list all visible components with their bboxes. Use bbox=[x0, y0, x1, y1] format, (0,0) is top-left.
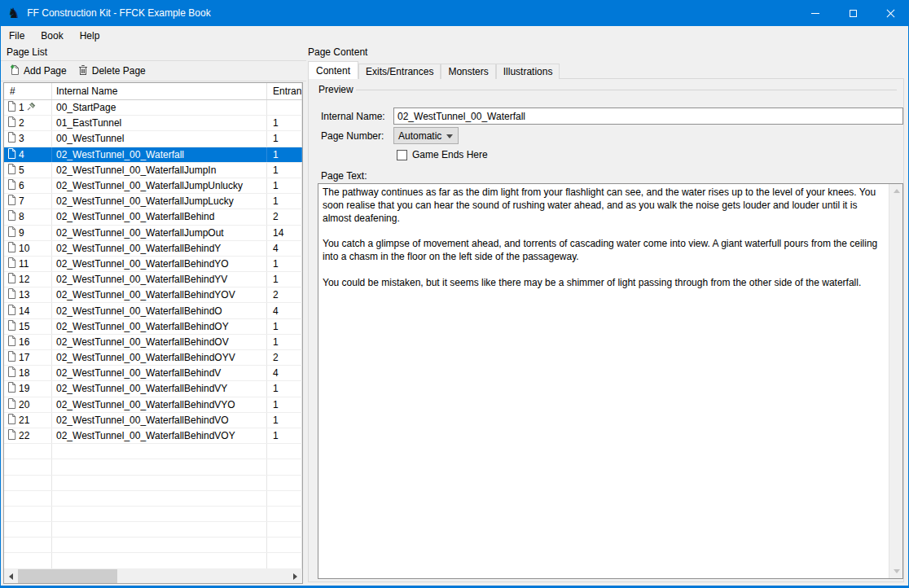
page-icon bbox=[7, 195, 16, 208]
delete-page-button[interactable]: Delete Page bbox=[72, 62, 152, 81]
table-row[interactable]: 2102_WestTunnel_00_WaterfallBehindVO1 bbox=[4, 413, 302, 428]
internal-name-input[interactable] bbox=[393, 108, 903, 125]
horizontal-scrollbar[interactable] bbox=[4, 569, 302, 583]
table-row[interactable]: 300_WestTunnel1 bbox=[4, 131, 302, 147]
game-ends-label: Game Ends Here bbox=[412, 149, 488, 160]
page-number-dropdown[interactable]: Automatic bbox=[393, 127, 459, 144]
page-icon bbox=[7, 257, 16, 270]
close-button[interactable] bbox=[872, 0, 909, 26]
menu-help[interactable]: Help bbox=[72, 28, 108, 44]
row-internal-name: 02_WestTunnel_00_WaterfallBehindV bbox=[52, 366, 267, 380]
window-body: File Book Help Page List Page Content Ad… bbox=[1, 26, 908, 586]
scroll-down-button[interactable] bbox=[889, 564, 903, 578]
scroll-right-icon bbox=[293, 573, 297, 580]
row-entrances: 1 bbox=[267, 116, 302, 130]
maximize-button[interactable] bbox=[834, 0, 872, 26]
table-row-empty bbox=[4, 538, 302, 553]
scrollbar-thumb[interactable] bbox=[18, 569, 117, 583]
table-row[interactable]: 1702_WestTunnel_00_WaterfallBehindOYV2 bbox=[4, 350, 302, 366]
add-page-icon bbox=[10, 64, 20, 78]
game-ends-checkbox[interactable] bbox=[397, 150, 407, 160]
table-row[interactable]: 602_WestTunnel_00_WaterfallJumpUnlucky1 bbox=[4, 178, 302, 194]
row-number: 10 bbox=[19, 243, 29, 254]
column-header-entrances[interactable]: Entrances bbox=[267, 83, 302, 99]
page-icon bbox=[7, 288, 16, 301]
table-row[interactable]: 1202_WestTunnel_00_WaterfallBehindYV1 bbox=[4, 272, 302, 287]
row-internal-name: 02_WestTunnel_00_WaterfallBehindVY bbox=[52, 381, 267, 396]
page-icon bbox=[7, 273, 16, 286]
row-internal-name: 02_WestTunnel_00_WaterfallBehindVO bbox=[52, 413, 267, 428]
page-text-content[interactable]: The pathway continues as far as the dim … bbox=[318, 184, 889, 578]
row-entrances: 1 bbox=[267, 178, 302, 193]
row-internal-name: 02_WestTunnel_00_WaterfallBehindOY bbox=[52, 319, 267, 334]
menu-book[interactable]: Book bbox=[33, 28, 71, 44]
row-number: 17 bbox=[19, 352, 29, 363]
table-row[interactable]: 2002_WestTunnel_00_WaterfallBehindVYO1 bbox=[4, 397, 302, 413]
row-number: 5 bbox=[19, 165, 24, 176]
table-row[interactable]: 1002_WestTunnel_00_WaterfallBehindY4 bbox=[4, 241, 302, 257]
table-row[interactable]: 402_WestTunnel_00_Waterfall1 bbox=[4, 147, 302, 163]
table-row-empty bbox=[4, 444, 302, 459]
scroll-up-button[interactable] bbox=[889, 184, 903, 198]
page-content-label: Page Content bbox=[308, 46, 367, 58]
table-row[interactable]: 1402_WestTunnel_00_WaterfallBehindO4 bbox=[4, 303, 302, 318]
delete-page-label: Delete Page bbox=[92, 65, 146, 77]
page-icon bbox=[7, 398, 16, 411]
scrollbar-track[interactable] bbox=[18, 569, 288, 583]
row-number: 7 bbox=[19, 195, 24, 207]
table-row[interactable]: 702_WestTunnel_00_WaterfallJumpLucky1 bbox=[4, 194, 302, 209]
page-text-box[interactable]: The pathway continues as far as the dim … bbox=[318, 183, 903, 579]
tab-monsters[interactable]: Monsters bbox=[441, 64, 495, 79]
page-icon bbox=[7, 366, 16, 380]
page-icon bbox=[7, 320, 16, 333]
menu-file[interactable]: File bbox=[1, 28, 33, 44]
row-entrances: 2 bbox=[267, 209, 302, 224]
page-list-toolbar: Add Page Delete Page bbox=[1, 60, 306, 81]
row-entrances: 1 bbox=[267, 381, 302, 396]
row-number-cell: 18 bbox=[4, 366, 52, 380]
scroll-up-icon bbox=[894, 189, 900, 193]
table-row[interactable]: 201_EastTunnel1 bbox=[4, 116, 302, 131]
row-number-cell: 14 bbox=[4, 303, 52, 318]
app-icon: ♞ bbox=[7, 7, 20, 20]
table-row[interactable]: 1602_WestTunnel_00_WaterfallBehindOV1 bbox=[4, 335, 302, 350]
table-row[interactable]: 902_WestTunnel_00_WaterfallJumpOut14 bbox=[4, 226, 302, 241]
scroll-right-button[interactable] bbox=[288, 569, 302, 583]
row-internal-name: 00_WestTunnel bbox=[52, 131, 267, 146]
column-header-number[interactable]: # bbox=[4, 83, 52, 99]
table-row[interactable]: 1102_WestTunnel_00_WaterfallBehindYO1 bbox=[4, 257, 302, 272]
row-entrances: 1 bbox=[267, 397, 302, 412]
row-internal-name: 01_EastTunnel bbox=[52, 116, 267, 130]
table-row[interactable]: 1302_WestTunnel_00_WaterfallBehindYOV2 bbox=[4, 287, 302, 303]
add-page-button[interactable]: Add Page bbox=[4, 62, 72, 81]
row-number-cell: 5 bbox=[4, 163, 52, 178]
row-number-cell: 13 bbox=[4, 287, 52, 302]
table-row[interactable]: 100_StartPage bbox=[4, 100, 302, 116]
tab-illustrations[interactable]: Illustrations bbox=[496, 64, 560, 79]
minimize-button[interactable] bbox=[797, 0, 834, 26]
column-header-internal-name[interactable]: Internal Name bbox=[52, 83, 267, 99]
row-internal-name: 02_WestTunnel_00_WaterfallBehindO bbox=[52, 303, 267, 318]
table-row[interactable]: 802_WestTunnel_00_WaterfallBehind2 bbox=[4, 209, 302, 225]
table-row[interactable]: 2202_WestTunnel_00_WaterfallBehindVOY1 bbox=[4, 428, 302, 444]
row-number: 16 bbox=[19, 336, 29, 348]
row-internal-name: 02_WestTunnel_00_WaterfallBehindYO bbox=[52, 257, 267, 271]
table-row[interactable]: 1502_WestTunnel_00_WaterfallBehindOY1 bbox=[4, 319, 302, 335]
scroll-left-button[interactable] bbox=[4, 569, 18, 583]
row-number-cell: 3 bbox=[4, 131, 52, 146]
row-number-cell: 17 bbox=[4, 350, 52, 365]
row-number-cell: 16 bbox=[4, 335, 52, 349]
table-row[interactable]: 1802_WestTunnel_00_WaterfallBehindV4 bbox=[4, 366, 302, 381]
tab-content[interactable]: Content bbox=[308, 61, 358, 79]
vertical-scrollbar[interactable] bbox=[889, 184, 902, 578]
row-number: 18 bbox=[19, 367, 29, 379]
row-number: 12 bbox=[19, 274, 29, 285]
row-entrances: 1 bbox=[267, 147, 302, 162]
tab-exits-entrances[interactable]: Exits/Entrances bbox=[358, 64, 441, 79]
row-number-cell: 6 bbox=[4, 178, 52, 193]
row-number: 1 bbox=[19, 102, 24, 113]
window-controls bbox=[797, 0, 909, 26]
row-number: 13 bbox=[19, 289, 29, 301]
table-row[interactable]: 502_WestTunnel_00_WaterfallJumpIn1 bbox=[4, 163, 302, 178]
table-row[interactable]: 1902_WestTunnel_00_WaterfallBehindVY1 bbox=[4, 381, 302, 397]
